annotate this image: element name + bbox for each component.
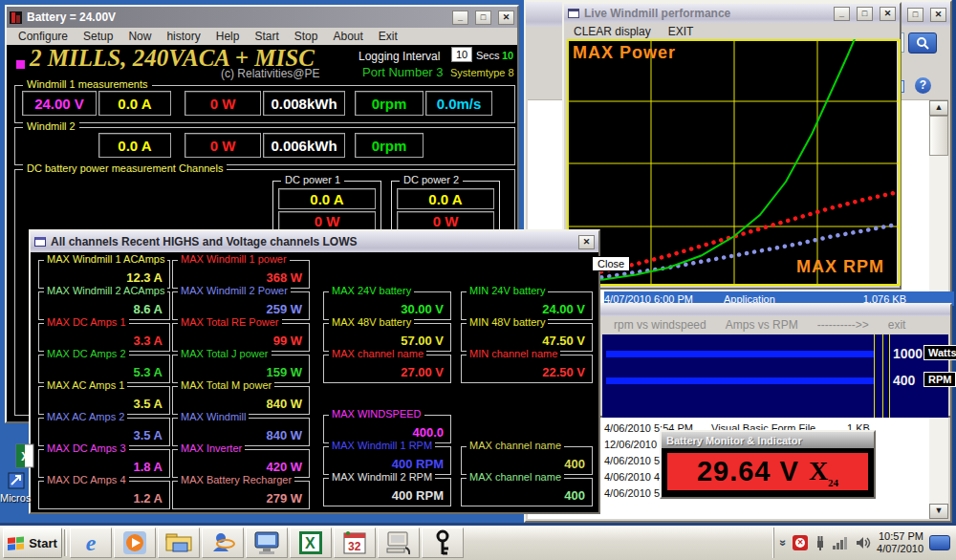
taskbar-clock[interactable]: 10:57 PM 4/07/2010 bbox=[877, 530, 923, 555]
power-plug-icon[interactable] bbox=[814, 535, 827, 550]
hide-icons-chevron[interactable]: » bbox=[777, 540, 791, 547]
channel-value: 47.50 V bbox=[542, 334, 585, 348]
quicklaunch-excel[interactable]: X bbox=[290, 528, 332, 558]
secs-label: Secs bbox=[476, 50, 499, 61]
maximize-button[interactable]: □ bbox=[475, 11, 491, 25]
quicklaunch-my-computer[interactable] bbox=[246, 528, 288, 558]
minimize-button[interactable]: _ bbox=[834, 7, 850, 21]
alert-tray-icon[interactable]: ✕ bbox=[793, 535, 808, 550]
quicklaunch-key[interactable] bbox=[422, 528, 464, 558]
quicklaunch-folders-printer[interactable] bbox=[158, 528, 200, 558]
menu-item[interactable]: history bbox=[159, 30, 207, 43]
close-button[interactable]: ✕ bbox=[880, 7, 896, 21]
menu-item[interactable]: Stop bbox=[287, 30, 326, 43]
desktop-icon-shortcut[interactable] bbox=[8, 472, 25, 489]
performance-titlebar[interactable]: Live Windmill performance _ □ ✕ bbox=[564, 4, 900, 23]
channel-value: 840 W bbox=[266, 428, 302, 442]
channel-value: 1.8 A bbox=[133, 460, 163, 474]
speaker-icon[interactable] bbox=[856, 536, 871, 549]
battery-monitor-title: Battery Monitor & Indicator bbox=[666, 435, 802, 446]
channel-value: 3.5 A bbox=[133, 397, 163, 411]
search-button[interactable] bbox=[908, 32, 937, 54]
start-button[interactable]: Start bbox=[3, 528, 62, 558]
channel-value: 3.5 A bbox=[133, 428, 163, 442]
quicklaunch-internet-explorer[interactable]: e bbox=[70, 528, 112, 558]
channel-label: MAX AC Amps 1 bbox=[44, 379, 127, 391]
channel-value: 420 W bbox=[266, 460, 302, 474]
menu-item[interactable]: Start bbox=[247, 30, 286, 43]
windmill2-group-label: Windmill 2 bbox=[23, 120, 79, 132]
main-menubar: ConfigureSetupNowhistoryHelpStartStopAbo… bbox=[7, 28, 517, 45]
windmill1-windspeed: 0.0m/s bbox=[425, 91, 492, 116]
maximize-button[interactable]: □ bbox=[907, 8, 923, 22]
calendar-32-icon: 32 bbox=[342, 530, 367, 555]
menu-item[interactable]: Amps vs RPM bbox=[716, 318, 808, 332]
quicklaunch-calendar-32[interactable]: 32 bbox=[334, 528, 376, 558]
close-button[interactable]: ✕ bbox=[498, 11, 514, 25]
dialog-titlebar[interactable]: All channels Recent HIGHS and Voltage ch… bbox=[31, 231, 598, 252]
svg-text:32: 32 bbox=[348, 540, 361, 553]
scroll-up-button[interactable]: ▲ bbox=[929, 100, 948, 116]
performance-plot: MAX Power MAX RPM bbox=[567, 39, 897, 285]
dialog-col4-top: MIN 24V battery 24.00 V MIN 48V battery … bbox=[461, 291, 593, 386]
channel-value: 12.3 A bbox=[126, 270, 163, 285]
battery-monitor-window: Battery Monitor & Indicator 29.64 V X24 bbox=[660, 430, 876, 499]
pc-dialup-icon bbox=[385, 530, 412, 555]
menu-item[interactable]: Setup bbox=[76, 30, 120, 43]
minimize-button[interactable]: _ bbox=[452, 11, 468, 25]
show-desktop-icon[interactable] bbox=[929, 535, 950, 550]
search-icon bbox=[916, 36, 929, 50]
clock-time: 10:57 PM bbox=[877, 530, 923, 543]
media-player-icon bbox=[122, 530, 147, 555]
scroll-thumb[interactable] bbox=[929, 116, 948, 156]
channel-value: 400 RPM bbox=[392, 457, 444, 471]
channel-label: MAX WINDSPEED bbox=[329, 408, 424, 420]
desktop-icon-excel-file[interactable]: X bbox=[13, 443, 36, 470]
channel-label: MAX Windmill 1 power bbox=[178, 253, 290, 265]
maximize-button[interactable]: □ bbox=[857, 7, 873, 21]
main-titlebar[interactable]: Battery = 24.00V _ □ ✕ bbox=[7, 7, 517, 28]
watts-unit-button[interactable]: Watts bbox=[923, 345, 956, 360]
battery-monitor-display: 29.64 V X24 bbox=[666, 452, 869, 491]
windmill2-energy: 0.006kWh bbox=[263, 133, 345, 158]
rpm-menubar: rpm vs windspeedAmps vs RPM---------->>e… bbox=[600, 316, 950, 334]
quicklaunch-messenger[interactable] bbox=[202, 528, 244, 558]
close-button[interactable]: ✕ bbox=[930, 8, 946, 22]
menu-item[interactable]: Now bbox=[120, 30, 159, 43]
menu-item[interactable]: About bbox=[325, 30, 370, 43]
computer-icon bbox=[253, 530, 280, 555]
battery-monitor-titlebar[interactable]: Battery Monitor & Indicator bbox=[662, 432, 874, 448]
menu-item[interactable]: exit bbox=[879, 318, 916, 332]
quicklaunch-pc-dialup[interactable] bbox=[378, 528, 420, 558]
channel-value: 5.3 A bbox=[133, 365, 163, 379]
menu-item[interactable]: ---------->> bbox=[808, 318, 879, 332]
rpm-titlebar[interactable] bbox=[600, 305, 950, 316]
max-value-box: MAX Battery Recharger 279 W bbox=[172, 481, 310, 509]
rpm-unit-button[interactable]: RPM bbox=[923, 372, 956, 387]
close-button[interactable]: ✕ bbox=[578, 235, 595, 249]
max-value-box: MAX channel name 400 bbox=[461, 478, 593, 506]
status-square bbox=[16, 60, 25, 69]
help-icon[interactable]: ? bbox=[915, 77, 931, 94]
windmill2-power: 0 W bbox=[185, 133, 261, 158]
channel-label: MAX Inverter bbox=[178, 442, 245, 454]
dialog-col2: MAX Windmill 1 power 368 W MAX Windmill … bbox=[172, 260, 310, 512]
channel-value: 30.00 V bbox=[401, 302, 444, 316]
battery-monitor-logo: X24 bbox=[809, 456, 838, 488]
signal-strength-icon[interactable] bbox=[833, 536, 850, 549]
logging-interval-input[interactable] bbox=[451, 47, 472, 62]
scroll-down-button[interactable]: ▼ bbox=[929, 504, 948, 519]
performance-menubar: CLEAR displayEXIT bbox=[564, 23, 900, 39]
menu-item[interactable]: rpm vs windspeed bbox=[604, 318, 716, 332]
menu-item[interactable]: CLEAR display bbox=[568, 25, 663, 38]
quicklaunch-media-player[interactable] bbox=[114, 528, 156, 558]
menu-item[interactable]: EXIT bbox=[663, 25, 706, 38]
channel-label: MAX Windmill 1 ACAmps bbox=[44, 253, 167, 265]
excel-file-icon: X bbox=[13, 443, 36, 470]
max-power-label: MAX Power bbox=[573, 43, 676, 63]
menu-item[interactable]: Exit bbox=[371, 30, 405, 43]
menu-item[interactable]: Configure bbox=[11, 30, 76, 43]
rpm-window: rpm vs windspeedAmps vs RPM---------->>e… bbox=[598, 303, 952, 418]
windmill1-current: 0.0 A bbox=[98, 91, 171, 116]
menu-item[interactable]: Help bbox=[208, 30, 248, 43]
